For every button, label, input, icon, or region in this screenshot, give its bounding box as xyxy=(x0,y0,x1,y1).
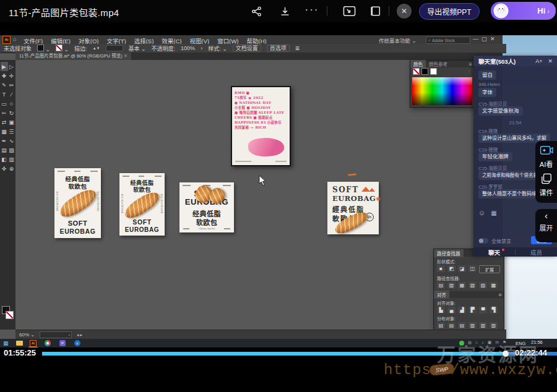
courseware-button[interactable]: 课件 xyxy=(535,173,557,197)
file-explorer-icon[interactable] xyxy=(16,341,23,346)
toggle-track[interactable] xyxy=(478,238,488,244)
align-bottom-icon[interactable]: ▜ xyxy=(490,307,498,313)
workspace-switcher[interactable]: 传统基本功能 ⌄ xyxy=(379,36,417,44)
merge-icon[interactable]: ▦ xyxy=(458,282,466,289)
exclude-icon[interactable]: ◫ xyxy=(468,265,477,272)
app-p-icon[interactable]: P xyxy=(59,340,66,346)
tray-icons[interactable]: ◍ ⌂ ♪ ▣ ✉ ⚑ xyxy=(468,340,507,345)
picture-in-picture-icon[interactable] xyxy=(342,5,356,17)
stroke-color-swatch[interactable] xyxy=(6,311,14,319)
chrome-icon[interactable] xyxy=(45,340,51,346)
line-tool[interactable]: ∕ xyxy=(8,90,15,99)
ellipse-tool[interactable]: ○ xyxy=(8,99,15,108)
distribute-top-icon[interactable]: ▤ xyxy=(437,322,445,329)
account-chip[interactable]: Hi › xyxy=(491,2,556,20)
align-right-icon[interactable]: ▟ xyxy=(458,307,466,313)
zoom-tool[interactable]: ⊕ xyxy=(8,164,15,173)
unite-icon[interactable]: ■ xyxy=(437,265,445,272)
chat-close-icon[interactable]: ✕ xyxy=(548,58,553,64)
tab-color[interactable]: 颜色 xyxy=(410,60,426,68)
download-icon[interactable] xyxy=(278,5,291,17)
align-left-icon[interactable]: ▙ xyxy=(437,307,445,313)
symbol-tool[interactable]: ▤ xyxy=(1,145,8,155)
pen-tool[interactable]: ✎ xyxy=(1,80,8,90)
dock-panel-icon[interactable] xyxy=(369,5,382,17)
direct-selection-tool[interactable]: ▷ xyxy=(8,62,15,71)
seek-bar-thumb[interactable] xyxy=(503,351,509,357)
artboard-nav-dropdown[interactable]: ⌄ xyxy=(40,331,72,338)
artboard-prev-icon[interactable]: ◂ ▸ xyxy=(77,333,82,338)
ai-view-button[interactable]: AI看 xyxy=(535,145,557,169)
tab-close-icon[interactable]: ✕ xyxy=(124,53,127,59)
zoom-level-dropdown[interactable]: 60% ⌄ xyxy=(19,332,35,338)
panel-options-icon[interactable]: ⋮ xyxy=(467,69,472,74)
window-maximize-button[interactable]: ▢ xyxy=(481,36,487,42)
trim-icon[interactable]: ▥ xyxy=(447,282,456,289)
lasso-tool[interactable]: ✛ xyxy=(8,71,15,80)
preferences-button[interactable]: 首选项 xyxy=(267,45,290,52)
more-options-icon[interactable]: ··· xyxy=(303,2,321,17)
hand-tool[interactable]: ✜ xyxy=(1,164,8,173)
tab-chat[interactable]: 聊天 xyxy=(473,248,515,257)
intersect-icon[interactable]: ◪ xyxy=(458,265,466,272)
rotate-tool[interactable]: ↻ xyxy=(8,108,15,117)
mesh-tool[interactable]: ▦ xyxy=(1,127,8,136)
start-button-icon[interactable]: ▦ xyxy=(3,340,9,346)
blend-tool[interactable]: ∿ xyxy=(8,136,15,145)
distribute-center-icon[interactable]: ▤ xyxy=(447,322,456,329)
close-panel-button[interactable]: ✕ xyxy=(397,4,412,19)
distribute-left-icon[interactable]: ▥ xyxy=(468,322,477,329)
align-top-icon[interactable]: ▛ xyxy=(468,307,477,313)
panel-menu-icon[interactable]: ≣ xyxy=(468,62,472,67)
tab-pathfinder[interactable]: 路径查找器 xyxy=(434,249,464,257)
seek-bar[interactable] xyxy=(42,352,557,356)
white-swatch[interactable] xyxy=(430,68,437,75)
color-spectrum[interactable] xyxy=(412,77,472,105)
minus-front-icon[interactable]: ◩ xyxy=(447,265,456,272)
gradient-tool[interactable]: ☰ xyxy=(8,127,15,136)
scissors-tool[interactable]: ✂ xyxy=(1,108,8,117)
minus-back-icon[interactable]: ▩ xyxy=(490,282,498,289)
share-icon[interactable] xyxy=(250,5,262,17)
panel-menu-icon[interactable]: ≣ xyxy=(295,45,300,51)
slice-tool[interactable]: ▥ xyxy=(8,155,15,164)
mute-all-toggle[interactable]: 全体禁言 xyxy=(478,237,511,244)
type-tool[interactable]: T xyxy=(1,90,8,99)
stroke-swatch[interactable]: ⌄ xyxy=(56,45,69,53)
export-ppt-button[interactable]: 导出视频PPT xyxy=(419,3,480,20)
tab-align[interactable]: 对齐 xyxy=(434,291,449,299)
shape-builder-tool[interactable]: ▣ xyxy=(8,117,15,127)
window-close-button[interactable]: ✕ xyxy=(490,36,495,42)
panel-menu-icon[interactable]: ≣ xyxy=(498,292,502,297)
tab-members[interactable]: 成员 xyxy=(516,248,557,257)
graph-tool[interactable]: ▨ xyxy=(8,145,15,155)
style-dropdown[interactable]: 样式: ⌄ xyxy=(208,45,227,53)
image-upload-icon[interactable]: ▦ xyxy=(491,210,496,216)
scale-tool[interactable]: ⇄ xyxy=(1,117,8,127)
curvature-tool[interactable]: ✏ xyxy=(8,80,15,90)
magic-wand-tool[interactable]: ✚ xyxy=(1,71,8,80)
align-middle-icon[interactable]: ▀ xyxy=(479,307,487,313)
document-tab[interactable]: 11节-产品图片类包装.ai* @ 60% (RGB/GPU 预览) ✕ xyxy=(15,53,131,60)
tray-wechat-icon[interactable] xyxy=(459,341,464,346)
tab-color-guide[interactable]: 颜色参考 xyxy=(429,61,447,67)
window-minimize-button[interactable]: — xyxy=(473,36,478,42)
selection-tool[interactable]: ▶ xyxy=(1,62,8,71)
stock-search-input[interactable]: ⌕ Adobe Stock xyxy=(426,36,470,44)
expand-dock[interactable]: ‹ 展开 xyxy=(535,209,557,242)
illustrator-taskbar-icon[interactable]: Ai xyxy=(30,340,37,347)
distribute-middle-icon[interactable]: ▥ xyxy=(479,322,487,329)
document-setup-button[interactable]: 文档设置 xyxy=(233,45,261,52)
home-icon[interactable]: ⌂ xyxy=(13,36,16,42)
rectangle-tool[interactable]: ▭ xyxy=(1,99,8,108)
crop-icon[interactable]: ▧ xyxy=(468,282,477,289)
stroke-stepper[interactable]: ▲▼ xyxy=(93,46,100,50)
emoji-icon[interactable]: ☺ xyxy=(478,209,485,216)
divide-icon[interactable]: ▤ xyxy=(437,282,445,289)
system-clock[interactable]: 21:56 xyxy=(531,339,543,345)
edge-icon[interactable]: c xyxy=(74,340,80,346)
distribute-bottom-icon[interactable]: ▤ xyxy=(458,322,466,329)
distribute-right-icon[interactable]: ▥ xyxy=(490,322,498,329)
none-swatch[interactable] xyxy=(413,68,420,75)
font-size-button[interactable]: A+ xyxy=(535,58,542,64)
